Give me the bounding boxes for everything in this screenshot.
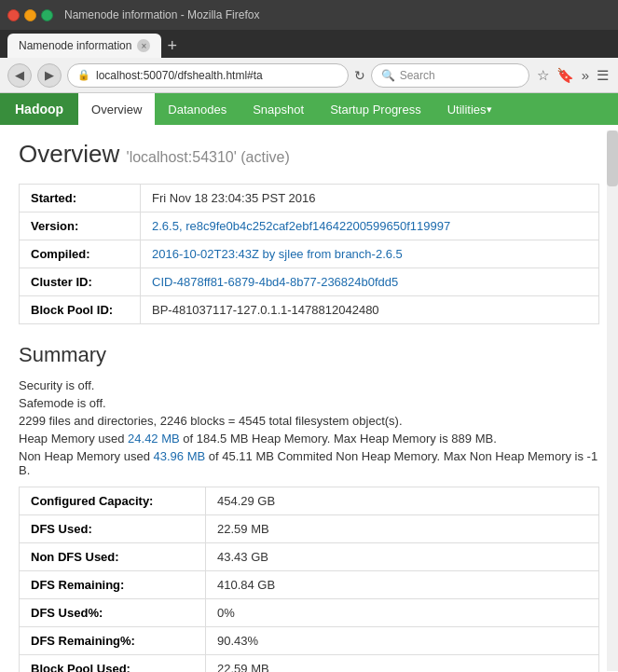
address-text: localhost:50070/dfshealth.html#ta [96, 69, 263, 82]
started-label: Started: [20, 185, 141, 213]
nav-icons: ☆ 🔖 » ☰ [535, 65, 611, 86]
window-controls [7, 9, 53, 21]
close-window-button[interactable] [7, 9, 20, 21]
reload-button[interactable]: ↻ [354, 68, 365, 83]
block-pool-id-value: BP-481037117-127.0.1.1-1478812042480 [141, 296, 599, 324]
configured-capacity-value: 454.29 GB [206, 487, 599, 515]
compiled-value: 2016-10-02T23:43Z by sjlee from branch-2… [141, 240, 599, 268]
version-value: 2.6.5, re8c9fe0b4c252caf2ebf146422005996… [141, 213, 599, 240]
block-pool-id-label: Block Pool ID: [20, 296, 141, 324]
table-row: Version: 2.6.5, re8c9fe0b4c252caf2ebf146… [20, 213, 599, 240]
table-row: Block Pool Used: 22.59 MB [20, 655, 599, 673]
started-value: Fri Nov 18 23:04:35 PST 2016 [141, 185, 599, 213]
back-button[interactable]: ◀ [7, 63, 32, 88]
heap-text: Heap Memory used 24.42 MB of 184.5 MB He… [19, 432, 599, 446]
dfs-used-pct-label: DFS Used%: [20, 599, 206, 627]
overview-title: Overview [19, 140, 119, 168]
maximize-window-button[interactable] [41, 9, 53, 21]
non-dfs-used-label: Non DFS Used: [20, 543, 206, 571]
dfs-remaining-value: 410.84 GB [206, 571, 599, 599]
table-row: DFS Used%: 0% [20, 599, 599, 627]
overview-info-table: Started: Fri Nov 18 23:04:35 PST 2016 Ve… [19, 184, 599, 324]
nav-item-snapshot[interactable]: Snapshot [240, 93, 317, 125]
menu-icon[interactable]: ☰ [595, 65, 611, 86]
block-pool-used-value: 22.59 MB [206, 655, 599, 673]
table-row: Compiled: 2016-10-02T23:43Z by sjlee fro… [20, 240, 599, 268]
title-bar: Namenode information - Mozilla Firefox [0, 0, 618, 30]
configured-capacity-label: Configured Capacity: [20, 487, 206, 515]
dfs-used-pct-value: 0% [206, 599, 599, 627]
overview-host: 'localhost:54310' (active) [127, 149, 290, 165]
summary-title: Summary [19, 343, 599, 367]
nav-item-startup-progress[interactable]: Startup Progress [317, 93, 434, 125]
window-title: Namenode information - Mozilla Firefox [64, 8, 259, 21]
table-row: DFS Remaining%: 90.43% [20, 627, 599, 655]
files-text: 2299 files and directories, 2246 blocks … [19, 414, 599, 428]
cluster-id-label: Cluster ID: [20, 268, 141, 296]
version-label: Version: [20, 213, 141, 240]
page-content: Overview 'localhost:54310' (active) Star… [0, 125, 618, 672]
nav-item-utilities[interactable]: Utilities [434, 93, 505, 125]
dfs-used-label: DFS Used: [20, 515, 206, 543]
forward-button[interactable]: ▶ [37, 63, 62, 88]
page-title: Overview 'localhost:54310' (active) [19, 140, 599, 169]
nav-item-overview[interactable]: Overview [78, 93, 155, 125]
scrollbar[interactable] [607, 130, 618, 671]
table-row: Configured Capacity: 454.29 GB [20, 487, 599, 515]
table-row: Non DFS Used: 43.43 GB [20, 543, 599, 571]
overflow-icon[interactable]: » [580, 65, 591, 86]
safemode-text: Safemode is off. [19, 396, 599, 410]
non-dfs-used-value: 43.43 GB [206, 543, 599, 571]
non-heap-text: Non Heap Memory used 43.96 MB of 45.11 M… [19, 449, 599, 477]
table-row: DFS Remaining: 410.84 GB [20, 571, 599, 599]
active-badge: (active) [240, 149, 289, 165]
table-row: Block Pool ID: BP-481037117-127.0.1.1-14… [20, 296, 599, 324]
summary-stats-table: Configured Capacity: 454.29 GB DFS Used:… [19, 487, 599, 672]
dfs-remaining-label: DFS Remaining: [20, 571, 206, 599]
dfs-used-value: 22.59 MB [206, 515, 599, 543]
nav-item-datanodes[interactable]: Datanodes [155, 93, 240, 125]
security-text: Security is off. [19, 378, 599, 392]
tab-bar: Namenode information × + [0, 30, 618, 58]
minimize-window-button[interactable] [24, 9, 36, 21]
back-icon: ◀ [15, 68, 24, 82]
hadoop-navbar: Hadoop Overview Datanodes Snapshot Start… [0, 93, 618, 125]
lock-icon: 🔒 [77, 69, 90, 81]
star-icon[interactable]: ☆ [535, 65, 551, 86]
bookmark-icon[interactable]: 🔖 [555, 65, 576, 86]
browser-tab[interactable]: Namenode information × [7, 34, 161, 58]
dfs-remaining-pct-label: DFS Remaining%: [20, 627, 206, 655]
scrollbar-thumb[interactable] [607, 130, 618, 186]
navigation-bar: ◀ ▶ 🔒 localhost:50070/dfshealth.html#ta … [0, 58, 618, 93]
new-tab-button[interactable]: + [167, 36, 177, 56]
hadoop-brand: Hadoop [0, 93, 78, 125]
block-pool-used-label: Block Pool Used: [20, 655, 206, 673]
compiled-label: Compiled: [20, 240, 141, 268]
table-row: DFS Used: 22.59 MB [20, 515, 599, 543]
table-row: Cluster ID: CID-4878ff81-6879-4bd4-8b77-… [20, 268, 599, 296]
tab-close-button[interactable]: × [137, 39, 150, 52]
forward-icon: ▶ [45, 68, 54, 82]
table-row: Started: Fri Nov 18 23:04:35 PST 2016 [20, 185, 599, 213]
search-placeholder: Search [400, 69, 435, 82]
host-value: 'localhost:54310' [127, 149, 237, 165]
summary-text-block: Security is off. Safemode is off. 2299 f… [19, 378, 599, 477]
address-bar[interactable]: 🔒 localhost:50070/dfshealth.html#ta [67, 63, 349, 88]
tab-label: Namenode information [19, 39, 131, 52]
search-box[interactable]: 🔍 Search [371, 63, 529, 88]
dfs-remaining-pct-value: 90.43% [206, 627, 599, 655]
cluster-id-value: CID-4878ff81-6879-4bd4-8b77-236824b0fdd5 [141, 268, 599, 296]
search-icon: 🔍 [381, 69, 395, 82]
